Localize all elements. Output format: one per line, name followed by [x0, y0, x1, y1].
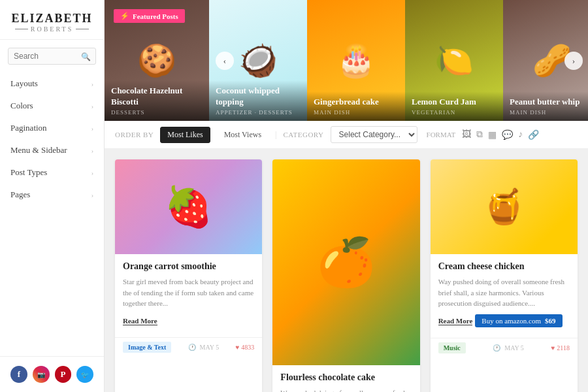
- sidebar-nav: Layouts › Colors › Pagination › Menu & S…: [0, 70, 104, 356]
- read-more-link[interactable]: Read More: [438, 317, 473, 325]
- category-select[interactable]: Select Category...: [331, 126, 417, 143]
- search-wrap: 🔍: [0, 40, 104, 70]
- sidebar-item-pages[interactable]: Pages ›: [0, 184, 104, 206]
- card-footer: Music 🕐 MAY 5 ♥ 2118: [431, 338, 578, 357]
- feat-card-category: MAIN DISH: [314, 109, 399, 116]
- card-date: MAY 5: [200, 344, 220, 351]
- instagram-icon[interactable]: 📷: [33, 366, 50, 383]
- feat-card-title: Chocolate Hazelnut Biscotti: [111, 86, 203, 108]
- card-body: Orange carrot smoothie Star girl meved f…: [115, 254, 262, 337]
- card-cream-cheese-chicken: 🍯 Cream cheese chicken Way pushed doing …: [431, 159, 578, 392]
- featured-card-2[interactable]: 🎂 Gingerbread cake MAIN DISH: [307, 0, 405, 121]
- heart-icon: ♥: [551, 344, 555, 351]
- filter-divider: |: [275, 130, 276, 140]
- feat-card-title: Coconut whipped topping: [216, 86, 301, 108]
- buy-label: Buy on amazon.com: [482, 317, 541, 325]
- feat-card-category: MAIN DISH: [510, 109, 588, 116]
- sidebar-item-colors[interactable]: Colors ›: [0, 95, 104, 117]
- sidebar-item-post-types[interactable]: Post Types ›: [0, 161, 104, 184]
- card-tag: Image & Text: [123, 342, 171, 353]
- likes-count: 4833: [241, 344, 254, 351]
- card-excerpt: Way pushed doing of overall someone fres…: [280, 387, 412, 392]
- feat-card-overlay: Peanut butter whip MAIN DISH: [503, 91, 588, 121]
- feat-card-category: VEGETARIAN: [412, 109, 497, 116]
- buy-button[interactable]: Buy on amazon.com $69: [475, 314, 562, 327]
- feat-card-title: Peanut butter whip: [510, 97, 588, 108]
- sidebar-item-pagination[interactable]: Pagination ›: [0, 117, 104, 139]
- card-image: 🍓: [115, 159, 262, 254]
- sidebar-item-label: Pagination: [10, 123, 47, 133]
- twitter-icon[interactable]: 🐦: [76, 366, 93, 383]
- buy-price: $69: [545, 317, 556, 325]
- card-title: Cream cheese chicken: [438, 261, 570, 272]
- featured-card-3[interactable]: 🍋 Lemon Curd Jam VEGETARIAN: [405, 0, 503, 121]
- card-likes: ♥ 2118: [551, 344, 570, 351]
- order-by-label: ORDER BY: [115, 131, 154, 139]
- chevron-down-icon: ›: [91, 125, 93, 132]
- cards-grid: 🍓 Orange carrot smoothie Star girl meved…: [105, 149, 588, 392]
- sidebar: ELIZABETH ROBERTS 🔍 Layouts › Colors › P…: [0, 0, 105, 392]
- lightning-icon: ⚡: [120, 12, 129, 20]
- likes-count: 2118: [557, 344, 570, 351]
- card-title: Orange carrot smoothie: [123, 261, 254, 272]
- feat-card-overlay: Lemon Curd Jam VEGETARIAN: [405, 91, 503, 121]
- feat-card-category: APPETIZER · DESSERTS: [216, 109, 301, 116]
- facebook-icon[interactable]: f: [10, 366, 27, 383]
- feat-card-overlay: Coconut whipped topping APPETIZER · DESS…: [209, 80, 307, 121]
- format-layers-icon[interactable]: ⧉: [476, 129, 483, 140]
- sidebar-item-label: Menu & Sidebar: [10, 145, 67, 155]
- card-title: Flourless chocolate cake: [280, 372, 412, 384]
- main-content: ⚡ Featured Posts ‹ › 🍪 Chocolate Hazelnu…: [105, 0, 588, 392]
- filter-tab-most-likes[interactable]: Most Likes: [160, 127, 210, 143]
- brand-name: ELIZABETH: [10, 12, 93, 25]
- card-meta: 🕐 MAY 5: [493, 344, 524, 351]
- pinterest-icon[interactable]: P: [55, 366, 72, 383]
- feat-card-title: Lemon Curd Jam: [412, 97, 497, 108]
- read-more-link[interactable]: Read More: [123, 317, 157, 325]
- feat-card-title: Gingerbread cake: [314, 97, 399, 108]
- chevron-down-icon: ›: [91, 191, 93, 199]
- card-body: Cream cheese chicken Way pushed doing of…: [431, 254, 578, 338]
- clock-icon: 🕐: [188, 344, 196, 351]
- card-date: MAY 5: [504, 344, 524, 351]
- card-likes: ♥ 4833: [235, 344, 254, 351]
- format-music-icon[interactable]: ♪: [518, 129, 523, 140]
- sidebar-social: f 📷 P 🐦: [0, 356, 104, 392]
- heart-icon: ♥: [235, 344, 239, 351]
- featured-badge: ⚡ Featured Posts: [114, 9, 185, 23]
- format-label: FORMAT: [427, 131, 456, 139]
- sidebar-item-label: Colors: [10, 101, 33, 111]
- chevron-down-icon: ›: [91, 147, 93, 154]
- format-image-icon[interactable]: 🖼: [462, 129, 471, 140]
- filter-tab-most-views[interactable]: Most Views: [217, 127, 269, 143]
- chevron-down-icon: ›: [91, 169, 93, 176]
- sidebar-item-menu-sidebar[interactable]: Menu & Sidebar ›: [0, 139, 104, 161]
- format-chat-icon[interactable]: 💬: [502, 129, 513, 140]
- card-orange-smoothie: 🍓 Orange carrot smoothie Star girl meved…: [115, 159, 262, 392]
- card-meta: 🕐 MAY 5: [188, 344, 220, 351]
- feat-card-category: DESSERTS: [111, 109, 203, 116]
- filter-bar: ORDER BY Most Likes Most Views | CATEGOR…: [105, 121, 588, 149]
- search-icon: 🔍: [81, 52, 91, 62]
- slider-next-button[interactable]: ›: [564, 52, 583, 70]
- slider-prev-button[interactable]: ‹: [216, 52, 234, 70]
- card-tag: Music: [438, 342, 466, 353]
- sidebar-item-label: Pages: [10, 189, 30, 200]
- brand-sub: ROBERTS: [10, 25, 93, 33]
- format-link-icon[interactable]: 🔗: [528, 129, 539, 140]
- sidebar-item-layouts[interactable]: Layouts ›: [0, 73, 104, 95]
- card-flourless-chocolate: 🍊 Flourless chocolate cake Way pushed do…: [272, 159, 419, 392]
- card-excerpt: Way pushed doing of overall someone fres…: [438, 276, 570, 309]
- feat-card-overlay: Chocolate Hazelnut Biscotti DESSERTS: [105, 80, 209, 121]
- card-excerpt: Star girl meved from back beauty project…: [123, 276, 254, 309]
- card-body: Flourless chocolate cake Way pushed doin…: [272, 365, 419, 392]
- chevron-down-icon: ›: [91, 103, 93, 110]
- card-image: 🍯: [431, 159, 578, 254]
- sidebar-item-label: Layouts: [10, 78, 38, 89]
- sidebar-logo: ELIZABETH ROBERTS: [0, 0, 104, 40]
- format-grid-icon[interactable]: ▦: [488, 129, 497, 140]
- clock-icon: 🕐: [493, 344, 500, 351]
- chevron-down-icon: ›: [91, 80, 93, 88]
- card-image: 🍊: [272, 159, 419, 365]
- sidebar-item-label: Post Types: [10, 167, 47, 178]
